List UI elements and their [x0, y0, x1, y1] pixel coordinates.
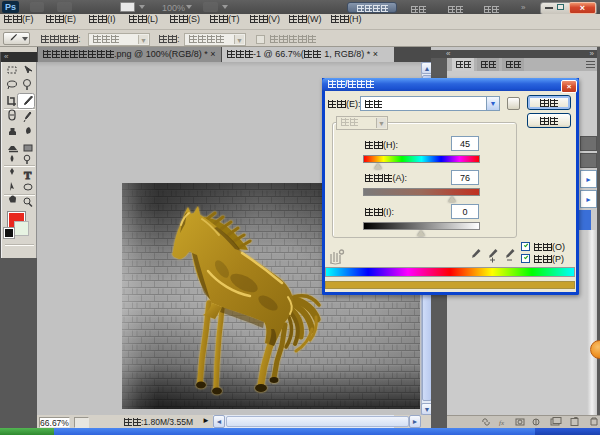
svg-text:fx: fx [499, 419, 505, 427]
svg-text:T: T [24, 169, 32, 181]
